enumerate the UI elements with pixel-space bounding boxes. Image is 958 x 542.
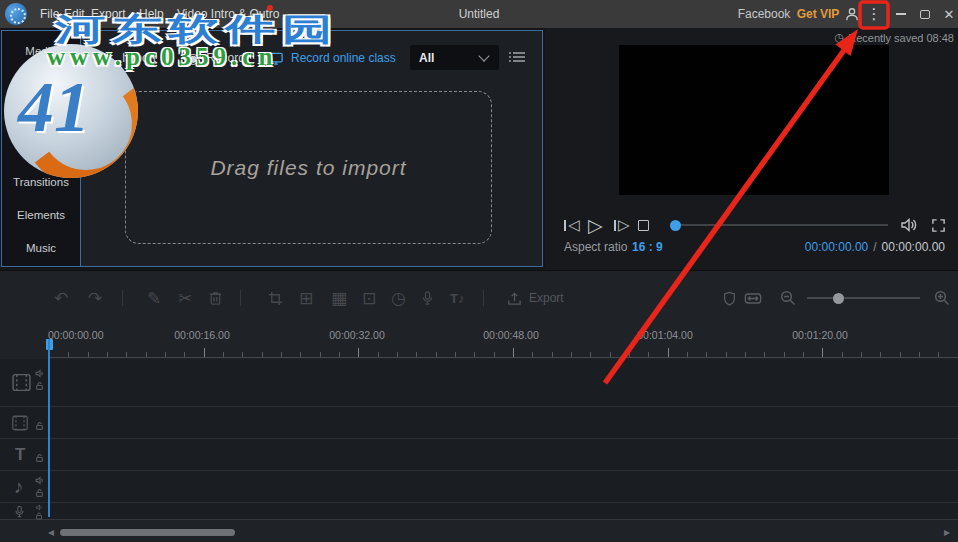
track-toggles <box>35 476 44 498</box>
snapshot-button[interactable]: ⊡ <box>362 283 376 313</box>
lock-toggle-icon[interactable] <box>35 381 44 391</box>
beecut-video-editor-window: File Edit Export Help Video Intro & Outr… <box>0 0 958 542</box>
undo-button[interactable]: ↶ <box>54 283 68 313</box>
seek-slider-thumb[interactable] <box>670 220 681 231</box>
sidebar-item-filters[interactable]: Filters <box>2 105 80 129</box>
mute-toggle-icon[interactable] <box>35 476 44 485</box>
filter-selected-value: All <box>419 51 434 65</box>
record-button[interactable]: ◉ Record <box>187 44 245 72</box>
volume-button[interactable] <box>900 212 918 238</box>
duration-button[interactable]: ◷ <box>391 283 406 313</box>
lock-toggle-icon[interactable] <box>35 421 44 431</box>
import-button[interactable]: Import <box>100 44 156 72</box>
media-panel: Media Text Filters Overlays Transitions … <box>1 30 543 267</box>
preview-panel: ◷ Recently saved 08:48 ◁ ▷ ▷ <box>545 28 958 269</box>
mute-toggle-icon[interactable] <box>35 369 44 378</box>
fullscreen-button[interactable] <box>931 212 946 238</box>
zoom-out-button[interactable] <box>780 283 796 313</box>
toolbar-divider <box>240 290 241 306</box>
sidebar-item-text[interactable]: Text <box>2 73 80 97</box>
record-online-class-button[interactable]: Record online class <box>268 44 396 72</box>
lock-toggle-icon[interactable] <box>35 453 44 463</box>
track-toggles <box>35 369 44 391</box>
stop-button[interactable] <box>638 212 649 238</box>
toolbar-divider <box>483 290 484 306</box>
export-button[interactable]: Export <box>507 283 564 313</box>
media-filter-dropdown[interactable]: All <box>410 45 499 70</box>
clock-icon: ◷ <box>835 31 845 44</box>
delete-button[interactable] <box>208 283 223 313</box>
time-separator: / <box>873 240 876 254</box>
play-button[interactable]: ▷ <box>588 212 603 238</box>
scroll-left-arrow[interactable]: ◂ <box>48 526 54 540</box>
minimize-icon <box>896 13 906 15</box>
recently-saved-text: Recently saved 08:48 <box>848 32 954 44</box>
previous-frame-button[interactable]: ◁ <box>564 212 580 238</box>
pip-track[interactable] <box>0 407 958 439</box>
music-track[interactable]: ♪ <box>0 471 958 503</box>
import-label: Import <box>122 51 156 65</box>
export-icon <box>507 291 522 306</box>
total-time: 00:00:00.00 <box>882 240 945 254</box>
frame-bar <box>564 220 566 231</box>
fullscreen-icon <box>931 218 946 233</box>
get-vip-button[interactable]: Get VIP <box>796 0 840 28</box>
record-icon: ◉ <box>187 50 199 66</box>
track-toggles <box>35 453 44 463</box>
timeline-zoom-slider-track[interactable] <box>807 297 920 299</box>
ruler-label: 00:01:04.00 <box>637 329 692 341</box>
timeline-ruler[interactable] <box>49 347 958 358</box>
text-to-speech-button[interactable]: T♪ <box>450 283 464 313</box>
sidebar-item-elements[interactable]: Elements <box>2 203 80 227</box>
redo-button[interactable]: ↷ <box>88 283 102 313</box>
account-button[interactable] <box>843 0 861 28</box>
voiceover-track[interactable] <box>0 503 958 520</box>
video-preview <box>619 45 889 195</box>
text-track[interactable]: T <box>0 439 958 471</box>
scroll-right-arrow[interactable]: ▸ <box>944 526 950 540</box>
list-view-icon <box>508 49 526 65</box>
fit-timeline-button[interactable] <box>744 283 762 313</box>
crop-button[interactable] <box>268 283 283 313</box>
sidebar-item-transitions[interactable]: Transitions <box>2 170 80 194</box>
sidebar-item-media[interactable]: Media <box>2 39 80 63</box>
drag-files-dropzone[interactable]: Drag files to import <box>125 91 492 244</box>
film-icon <box>11 372 32 393</box>
record-label: Record <box>206 51 245 65</box>
sidebar-item-overlays[interactable]: Overlays <box>2 138 80 162</box>
maximize-icon <box>920 10 930 19</box>
timecode-display: 00:00:00.00 / 00:00:00.00 <box>805 240 945 254</box>
speaker-icon <box>900 217 918 233</box>
split-button[interactable]: ✂ <box>178 283 192 313</box>
more-menu-button[interactable]: ⋮ <box>864 0 884 28</box>
lock-toggle-icon[interactable] <box>35 488 44 498</box>
playhead-line[interactable] <box>48 339 50 517</box>
scrollbar-thumb[interactable] <box>60 529 235 536</box>
lock-toggle-icon[interactable] <box>35 512 43 520</box>
list-view-button[interactable] <box>508 49 526 65</box>
timeline-zoom-slider-thumb[interactable] <box>833 293 844 304</box>
snap-button[interactable] <box>723 283 736 313</box>
video-track[interactable] <box>0 359 958 407</box>
monitor-icon <box>268 51 284 66</box>
edit-button[interactable]: ✎ <box>147 283 161 313</box>
aspect-ratio-value[interactable]: 16 : 9 <box>632 240 663 254</box>
recently-saved-status: ◷ Recently saved 08:48 <box>835 31 954 44</box>
close-button[interactable]: ✕ <box>941 0 957 28</box>
voiceover-button[interactable] <box>421 283 434 313</box>
mute-toggle-icon[interactable] <box>35 504 43 511</box>
mosaic-button[interactable]: ▦ <box>331 283 347 313</box>
zoom-in-button[interactable] <box>934 283 950 313</box>
split-scissors-icon: ✂ <box>178 288 192 309</box>
sidebar-item-music[interactable]: Music <box>2 236 80 260</box>
enlarge-button[interactable]: ⊞ <box>299 283 313 313</box>
next-frame-button[interactable]: ▷ <box>614 212 630 238</box>
facebook-link[interactable]: Facebook <box>739 0 789 28</box>
minimize-button[interactable] <box>893 0 909 28</box>
maximize-button[interactable] <box>917 0 933 28</box>
edit-pencil-icon: ✎ <box>147 288 161 309</box>
media-content: Import ◉ Record Record online class All <box>82 31 542 266</box>
ruler-label: 00:00:32.00 <box>329 329 384 341</box>
seek-slider-track[interactable] <box>670 224 888 226</box>
media-header: Import ◉ Record Record online class All <box>82 44 542 72</box>
